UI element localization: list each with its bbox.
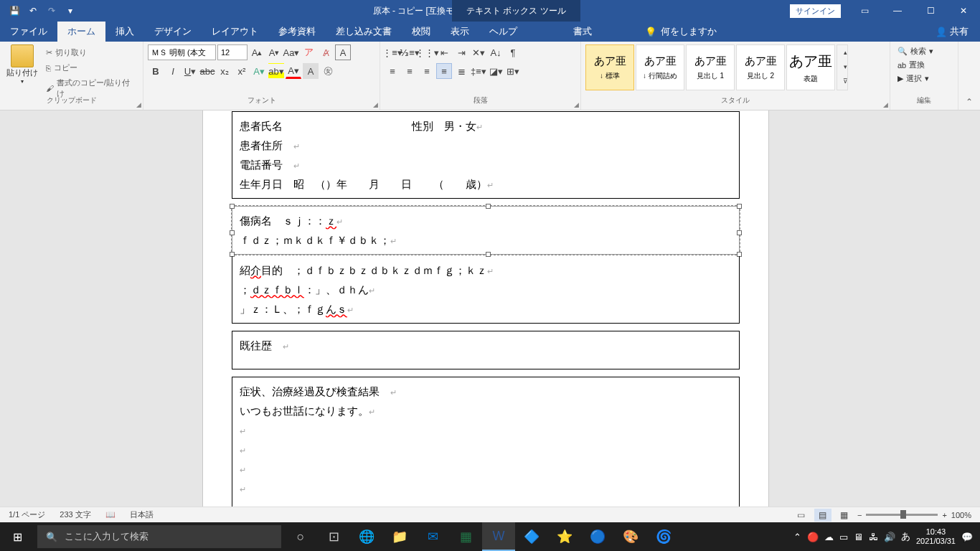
tab-view[interactable]: 表示 — [440, 22, 479, 42]
ie-icon[interactable]: 🌐 — [350, 522, 383, 551]
qat-customize-icon[interactable]: ▾ — [62, 2, 79, 19]
grow-font-icon[interactable]: A▴ — [249, 44, 265, 60]
collapse-ribbon-icon[interactable]: ⌃ — [966, 97, 973, 107]
outlook-icon[interactable]: ✉ — [416, 522, 449, 551]
textbox-diagnosis[interactable]: 傷病名 ｓｊ：：ｚ↵ ｆｄｚ；ｍｋｄｋｆ￥ｄｂｋ；↵ — [232, 206, 740, 255]
zoom-slider[interactable] — [866, 514, 938, 516]
clear-format-icon[interactable]: A̷ — [318, 44, 334, 60]
distribute-icon[interactable]: ≣ — [453, 63, 469, 79]
textbox-patient-info[interactable]: 患者氏名性別 男・女↵ 患者住所 ↵ 電話番号 ↵ 生年月日 昭 （）年 月 日… — [232, 111, 740, 199]
tray-icon[interactable]: ☁ — [824, 532, 834, 542]
style-title[interactable]: あア亜表題 — [786, 44, 835, 90]
taskbar-search[interactable]: 🔍 ここに入力して検索 — [37, 525, 281, 548]
find-button[interactable]: 🔍検索▾ — [895, 44, 953, 58]
enclose-circle-icon[interactable]: ㊛ — [320, 63, 336, 79]
ribbon-display-icon[interactable]: ▭ — [848, 0, 881, 22]
tab-file[interactable]: ファイル — [0, 22, 57, 42]
maximize-icon[interactable]: ☐ — [914, 0, 947, 22]
word-icon[interactable]: W — [482, 522, 515, 551]
font-size-select[interactable] — [217, 44, 248, 60]
tab-references[interactable]: 参考資料 — [268, 22, 326, 42]
read-mode-icon[interactable]: ▭ — [793, 509, 810, 522]
cut-button[interactable]: ✂切り取り — [44, 46, 138, 60]
textbox-purpose[interactable]: 紹介目的 ；ｄｆｂｚｂｚｄｂｋｚｄｍｆｇ；ｋｚ↵ ；ｄｚｆｂｌ：」、ｄｈん↵ 」… — [232, 256, 740, 324]
textbox-symptoms[interactable]: 症状、治療経過及び検査結果 ↵ いつもお世話になります。↵ ↵ ↵ ↵ ↵ ↵ — [232, 377, 740, 513]
asian-layout-icon[interactable]: ✕▾ — [471, 44, 486, 60]
language-status[interactable]: 日本語 — [130, 509, 154, 520]
gallery-up-icon[interactable]: ▴ — [837, 45, 853, 60]
font-color-icon[interactable]: A▾ — [286, 63, 301, 79]
network-icon[interactable]: 🖧 — [869, 532, 878, 542]
style-heading2[interactable]: あア亜見出し 2 — [736, 44, 785, 90]
start-button[interactable]: ⊞ — [0, 522, 34, 551]
shrink-font-icon[interactable]: A▾ — [266, 44, 282, 60]
save-icon[interactable]: 💾 — [6, 2, 23, 19]
phonetic-guide-icon[interactable]: ア — [301, 44, 316, 60]
zoom-level[interactable]: 100% — [951, 511, 971, 519]
tab-design[interactable]: デザイン — [144, 22, 202, 42]
borders-icon[interactable]: ⊞▾ — [505, 63, 521, 79]
tab-mailings[interactable]: 差し込み文書 — [326, 22, 402, 42]
print-layout-icon[interactable]: ▤ — [814, 509, 831, 522]
align-right-icon[interactable]: ≡ — [419, 63, 435, 79]
subscript-button[interactable]: x₂ — [217, 63, 232, 79]
text-effects-icon[interactable]: A▾ — [251, 63, 267, 79]
enclose-char-icon[interactable]: A — [335, 44, 351, 60]
highlight-icon[interactable]: ab▾ — [268, 63, 284, 79]
sign-in-button[interactable]: サインイン — [790, 4, 841, 18]
increase-indent-icon[interactable]: ⇥ — [453, 44, 469, 60]
resize-handle[interactable] — [230, 230, 235, 235]
align-left-icon[interactable]: ≡ — [385, 63, 400, 79]
shading-icon[interactable]: ◪▾ — [488, 63, 504, 79]
char-shading-icon[interactable]: A — [303, 63, 319, 79]
style-heading1[interactable]: あア亜見出し 1 — [686, 44, 735, 90]
select-button[interactable]: ▶選択▾ — [895, 72, 953, 85]
style-normal[interactable]: あア亜↓ 標準 — [585, 44, 634, 90]
sort-icon[interactable]: A↓ — [488, 44, 504, 60]
app-icon[interactable]: ⭐ — [548, 522, 581, 551]
page-count[interactable]: 1/1 ページ — [9, 509, 45, 520]
line-spacing-icon[interactable]: ‡≡▾ — [471, 63, 486, 79]
tab-home[interactable]: ホーム — [57, 22, 105, 42]
tab-layout[interactable]: レイアウト — [202, 22, 268, 42]
superscript-button[interactable]: x² — [234, 63, 250, 79]
tell-me-search[interactable]: 💡 何をしますか — [645, 22, 717, 42]
font-launcher-icon[interactable]: ◢ — [373, 101, 378, 108]
share-button[interactable]: 👤 共有 — [924, 22, 980, 42]
decrease-indent-icon[interactable]: ⇤ — [436, 44, 452, 60]
paste-button[interactable]: 貼り付け ▾ — [4, 44, 40, 93]
resize-handle[interactable] — [737, 230, 742, 235]
bold-button[interactable]: B — [148, 63, 164, 79]
volume-icon[interactable]: 🔊 — [884, 532, 895, 542]
paragraph-launcher-icon[interactable]: ◢ — [574, 101, 579, 108]
resize-handle[interactable] — [230, 204, 235, 209]
undo-icon[interactable]: ↶ — [24, 2, 42, 19]
resize-handle[interactable] — [486, 204, 491, 209]
tray-chevron-icon[interactable]: ⌃ — [793, 532, 801, 542]
italic-button[interactable]: I — [165, 63, 181, 79]
tab-format[interactable]: 書式 — [563, 22, 602, 42]
document-area[interactable]: ⚓ 患者氏名性別 男・女↵ 患者住所 ↵ 電話番号 ↵ 生年月日 昭 （）年 月… — [0, 110, 980, 515]
page[interactable]: 患者氏名性別 男・女↵ 患者住所 ↵ 電話番号 ↵ 生年月日 昭 （）年 月 日… — [202, 110, 769, 515]
copy-button[interactable]: ⎘コピー — [44, 61, 138, 75]
cortana-icon[interactable]: ○ — [284, 522, 317, 551]
web-layout-icon[interactable]: ▦ — [836, 509, 853, 522]
replace-button[interactable]: ab置換 — [895, 58, 953, 72]
font-name-select[interactable] — [148, 44, 216, 60]
tab-insert[interactable]: 挿入 — [105, 22, 144, 42]
tab-help[interactable]: ヘルプ — [479, 22, 527, 42]
bullets-icon[interactable]: ⋮≡▾ — [385, 44, 400, 60]
edge-icon[interactable]: 🌀 — [647, 522, 680, 551]
zoom-thumb[interactable] — [900, 510, 906, 519]
ime-indicator[interactable]: あ — [901, 530, 910, 543]
app-icon[interactable]: 🎨 — [614, 522, 647, 551]
zoom-out-icon[interactable]: − — [857, 511, 862, 519]
zoom-in-icon[interactable]: + — [942, 511, 946, 519]
gallery-more-icon[interactable]: ⊽ — [837, 74, 853, 88]
resize-handle[interactable] — [737, 204, 742, 209]
multilevel-icon[interactable]: ⋮⋮▾ — [419, 44, 435, 60]
proofing-icon[interactable]: 📖 — [105, 510, 116, 519]
style-gallery[interactable]: あア亜↓ 標準 あア亜↓ 行間詰め あア亜見出し 1 あア亜見出し 2 あア亜表… — [585, 44, 885, 90]
underline-button[interactable]: U▾ — [182, 63, 198, 79]
redo-icon[interactable]: ↷ — [43, 2, 60, 19]
